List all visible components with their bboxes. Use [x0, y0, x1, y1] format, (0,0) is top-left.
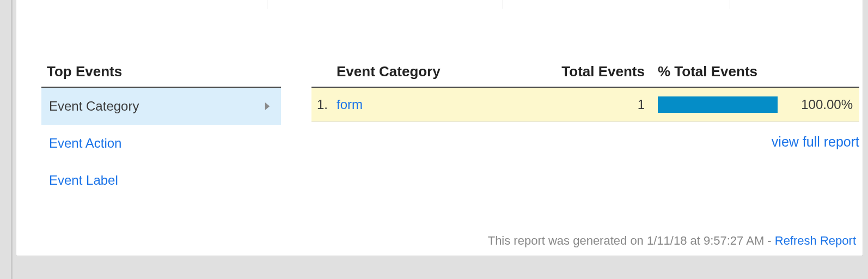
event-category-link[interactable]: form [337, 97, 363, 112]
pct-bar-fill [658, 96, 778, 113]
chevron-right-icon [264, 102, 271, 110]
top-events-nav: Top Events Event Category Event Action E… [41, 63, 281, 199]
col-event-category-header: Event Category [337, 63, 549, 80]
table-row: 1. form 1 100.00% [311, 88, 859, 122]
view-full-report-link[interactable]: view full report [772, 134, 859, 149]
nav-item-label: Event Action [49, 136, 121, 151]
row-index: 1. [311, 97, 337, 112]
footer-sep: - [764, 234, 775, 247]
row-pct-cell: 100.00% [658, 96, 859, 113]
row-pct-text: 100.00% [785, 97, 859, 112]
col-index-header [311, 63, 337, 80]
panel-body: Top Events Event Category Event Action E… [16, 9, 863, 199]
tab-divider-row [16, 0, 863, 9]
col-total-events-header: Total Events [549, 63, 658, 80]
nav-item-event-category[interactable]: Event Category [41, 88, 281, 125]
col-pct-total-events-header: % Total Events [658, 63, 859, 80]
row-total-events: 1 [549, 97, 658, 112]
nav-item-event-action[interactable]: Event Action [41, 125, 281, 162]
refresh-report-link[interactable]: Refresh Report [775, 234, 856, 247]
events-table: Event Category Total Events % Total Even… [311, 63, 859, 199]
pct-bar [658, 96, 778, 113]
page-left-gutter: Top Events Event Category Event Action E… [11, 0, 868, 279]
report-generated-footer: This report was generated on 1/11/18 at … [488, 234, 856, 248]
table-header-row: Event Category Total Events % Total Even… [311, 63, 859, 88]
view-full-report-wrap: view full report [311, 134, 859, 150]
row-event-category: form [337, 97, 549, 112]
nav-header: Top Events [41, 63, 281, 88]
footer-timestamp: 1/11/18 at 9:57:27 AM [647, 234, 764, 247]
nav-item-event-label[interactable]: Event Label [41, 162, 281, 199]
footer-prefix: This report was generated on [488, 234, 647, 247]
nav-item-label: Event Label [49, 173, 118, 188]
report-card: Top Events Event Category Event Action E… [16, 0, 863, 256]
nav-item-label: Event Category [49, 99, 139, 114]
